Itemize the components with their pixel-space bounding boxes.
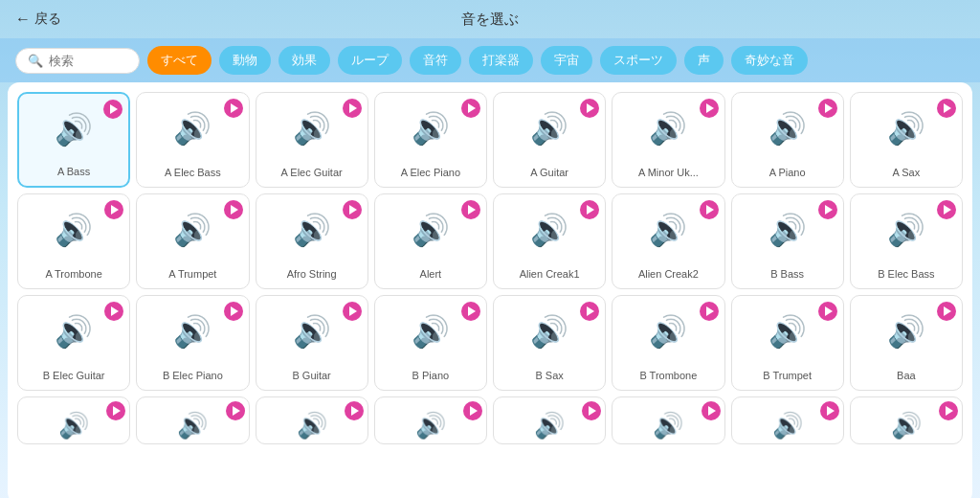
sound-icon-baa: 🔊 bbox=[887, 313, 925, 350]
sound-label-alert: Alert bbox=[420, 268, 442, 281]
play-button-alert[interactable] bbox=[461, 200, 480, 219]
search-box: 🔍 bbox=[15, 48, 140, 74]
sound-card-a-sax[interactable]: 🔊 A Sax bbox=[850, 92, 963, 188]
play-button-b-elec-guitar[interactable] bbox=[104, 302, 123, 321]
filter-voice-button[interactable]: 声 bbox=[684, 46, 724, 75]
filter-loop-button[interactable]: ループ bbox=[338, 46, 402, 75]
play-button-a-sax[interactable] bbox=[937, 99, 956, 118]
sound-card-b-piano[interactable]: 🔊 B Piano bbox=[374, 295, 487, 391]
sound-card-alien-creak1[interactable]: 🔊 Alien Creak1 bbox=[493, 193, 606, 289]
sound-card-b-elec-piano[interactable]: 🔊 B Elec Piano bbox=[136, 295, 249, 391]
filter-animal-button[interactable]: 動物 bbox=[219, 46, 271, 75]
filter-effect-button[interactable]: 効果 bbox=[278, 46, 330, 75]
back-arrow-icon: ← bbox=[15, 11, 31, 28]
sound-icon-a-piano: 🔊 bbox=[768, 110, 807, 147]
sound-card-partial-4[interactable]: 🔊 bbox=[374, 396, 487, 444]
play-button-b-bass[interactable] bbox=[818, 200, 837, 219]
sound-card-b-sax[interactable]: 🔊 B Sax bbox=[493, 295, 606, 391]
sound-card-afro-string[interactable]: 🔊 Afro String bbox=[256, 193, 368, 289]
filter-sports-button[interactable]: スポーツ bbox=[600, 46, 677, 75]
play-button-a-bass[interactable] bbox=[103, 100, 122, 119]
play-button-a-elec-bass[interactable] bbox=[224, 99, 243, 118]
play-button-partial-8[interactable] bbox=[939, 401, 958, 420]
play-button-partial-4[interactable] bbox=[463, 401, 482, 420]
play-button-alien-creak2[interactable] bbox=[700, 200, 719, 219]
sound-card-alien-creak2[interactable]: 🔊 Alien Creak2 bbox=[612, 193, 724, 289]
sound-card-a-elec-guitar[interactable]: 🔊 A Elec Guitar bbox=[256, 92, 368, 188]
play-button-afro-string[interactable] bbox=[343, 200, 362, 219]
sound-label-a-trumpet: A Trumpet bbox=[168, 268, 216, 281]
play-button-b-trumpet[interactable] bbox=[818, 302, 837, 321]
sound-card-a-elec-bass[interactable]: 🔊 A Elec Bass bbox=[136, 92, 249, 188]
sound-card-b-trombone[interactable]: 🔊 B Trombone bbox=[612, 295, 724, 391]
sound-card-b-guitar[interactable]: 🔊 B Guitar bbox=[256, 295, 368, 391]
play-button-a-trombone[interactable] bbox=[104, 200, 123, 219]
play-button-b-guitar[interactable] bbox=[343, 302, 362, 321]
sound-label-a-elec-bass: A Elec Bass bbox=[165, 167, 221, 179]
sound-icon-b-elec-guitar: 🔊 bbox=[55, 313, 93, 350]
play-button-a-trumpet[interactable] bbox=[224, 200, 243, 219]
play-button-partial-5[interactable] bbox=[582, 401, 601, 420]
play-button-a-elec-guitar[interactable] bbox=[343, 99, 362, 118]
play-button-a-piano[interactable] bbox=[818, 99, 837, 118]
sound-icon-alien-creak2: 🔊 bbox=[649, 212, 687, 248]
sound-label-b-guitar: B Guitar bbox=[292, 370, 330, 382]
back-button[interactable]: ← 戻る bbox=[15, 11, 61, 28]
play-button-b-elec-piano[interactable] bbox=[224, 302, 243, 321]
sound-card-a-trumpet[interactable]: 🔊 A Trumpet bbox=[136, 193, 249, 289]
play-button-partial-1[interactable] bbox=[106, 401, 125, 420]
sound-card-alert[interactable]: 🔊 Alert bbox=[374, 193, 487, 289]
play-button-a-guitar[interactable] bbox=[580, 99, 599, 118]
sound-card-partial-6[interactable]: 🔊 bbox=[612, 396, 724, 444]
sound-label-b-elec-piano: B Elec Piano bbox=[163, 370, 223, 382]
sound-icon-b-trumpet: 🔊 bbox=[768, 313, 807, 350]
sound-icon-b-elec-piano: 🔊 bbox=[173, 313, 212, 350]
play-button-a-elec-piano[interactable] bbox=[461, 99, 480, 118]
play-button-b-piano[interactable] bbox=[461, 302, 480, 321]
sound-card-a-minor-uk[interactable]: 🔊 A Minor Uk... bbox=[612, 92, 724, 188]
header: ← 戻る 音を選ぶ bbox=[0, 0, 980, 38]
sound-icon-b-piano: 🔊 bbox=[412, 313, 450, 350]
sound-card-baa[interactable]: 🔊 Baa bbox=[850, 295, 963, 391]
sound-card-b-bass[interactable]: 🔊 B Bass bbox=[731, 193, 844, 289]
sound-card-partial-2[interactable]: 🔊 bbox=[136, 396, 249, 444]
sound-icon-a-trumpet: 🔊 bbox=[173, 212, 212, 248]
play-button-a-minor-uk[interactable] bbox=[700, 99, 719, 118]
sound-card-b-elec-bass[interactable]: 🔊 B Elec Bass bbox=[850, 193, 963, 289]
play-button-partial-7[interactable] bbox=[820, 401, 839, 420]
sound-label-a-trombone: A Trombone bbox=[45, 268, 101, 281]
search-input[interactable] bbox=[49, 54, 125, 68]
sound-label-a-piano: A Piano bbox=[769, 167, 806, 179]
sound-icon-alien-creak1: 🔊 bbox=[530, 212, 568, 248]
filter-note-button[interactable]: 音符 bbox=[410, 46, 461, 75]
sound-card-a-trombone[interactable]: 🔊 A Trombone bbox=[17, 193, 130, 289]
play-button-partial-6[interactable] bbox=[702, 401, 721, 420]
play-button-b-sax[interactable] bbox=[580, 302, 599, 321]
sound-card-partial-8[interactable]: 🔊 bbox=[850, 396, 963, 444]
play-button-b-elec-bass[interactable] bbox=[937, 200, 956, 219]
sound-label-a-minor-uk: A Minor Uk... bbox=[638, 167, 699, 179]
play-button-partial-3[interactable] bbox=[345, 401, 364, 420]
filter-all-button[interactable]: すべて bbox=[147, 46, 212, 75]
play-button-alien-creak1[interactable] bbox=[580, 200, 599, 219]
filter-weird-button[interactable]: 奇妙な音 bbox=[731, 46, 808, 75]
filter-space-button[interactable]: 宇宙 bbox=[541, 46, 592, 75]
sound-label-alien-creak2: Alien Creak2 bbox=[638, 268, 699, 281]
sound-icon-a-bass: 🔊 bbox=[55, 111, 93, 147]
sound-card-a-guitar[interactable]: 🔊 A Guitar bbox=[493, 92, 606, 188]
sound-card-partial-5[interactable]: 🔊 bbox=[493, 396, 606, 444]
sound-card-b-elec-guitar[interactable]: 🔊 B Elec Guitar bbox=[17, 295, 130, 391]
sound-card-a-elec-piano[interactable]: 🔊 A Elec Piano bbox=[374, 92, 487, 188]
sound-card-a-bass[interactable]: 🔊 A Bass bbox=[17, 92, 130, 188]
sound-card-partial-1[interactable]: 🔊 bbox=[17, 396, 130, 444]
play-button-partial-2[interactable] bbox=[226, 401, 245, 420]
filter-percussion-button[interactable]: 打楽器 bbox=[469, 46, 533, 75]
sound-card-b-trumpet[interactable]: 🔊 B Trumpet bbox=[731, 295, 844, 391]
sound-card-partial-3[interactable]: 🔊 bbox=[256, 396, 368, 444]
sound-card-a-piano[interactable]: 🔊 A Piano bbox=[731, 92, 844, 188]
play-button-baa[interactable] bbox=[937, 302, 956, 321]
sound-label-b-bass: B Bass bbox=[770, 268, 804, 281]
sound-label-a-elec-guitar: A Elec Guitar bbox=[281, 167, 343, 179]
play-button-b-trombone[interactable] bbox=[700, 302, 719, 321]
sound-card-partial-7[interactable]: 🔊 bbox=[731, 396, 844, 444]
